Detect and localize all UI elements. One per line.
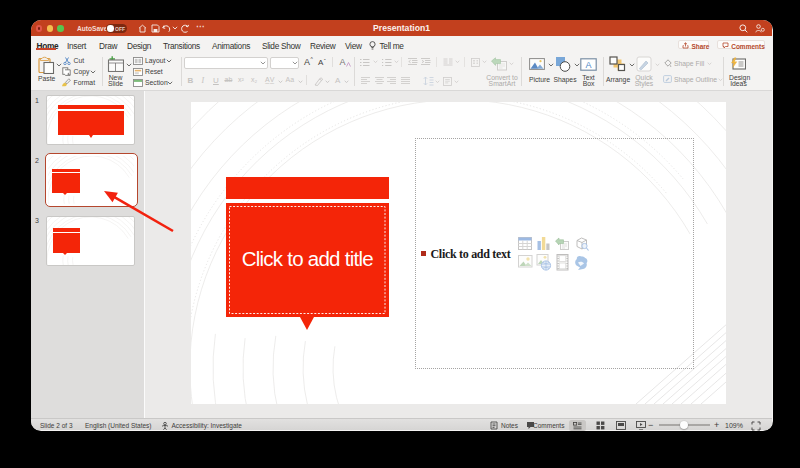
svg-text:A: A — [586, 60, 592, 70]
